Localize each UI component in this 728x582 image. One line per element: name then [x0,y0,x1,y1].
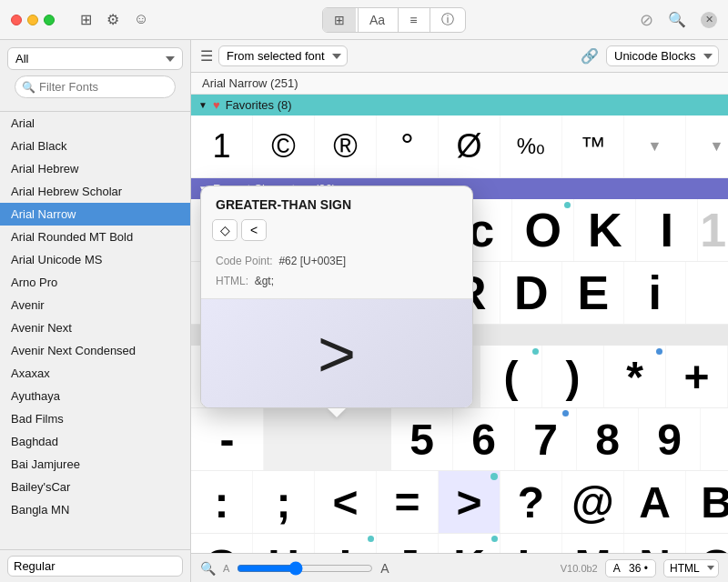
window-close-btn[interactable]: ✕ [701,12,717,28]
size-max-label: A [380,561,389,576]
favorites-section-header[interactable]: ▼ ♥ Favorites (8) [191,95,728,115]
settings-icon[interactable]: ⚙ [106,11,119,28]
char-cell-trademark[interactable]: ™ [562,115,624,177]
char-cell-paren-open[interactable]: ( [480,346,542,407]
font-item-bad-films[interactable]: Bad Films [0,407,190,430]
char-cell-paren-close[interactable]: ) [542,346,604,407]
minimize-button[interactable] [27,15,38,25]
char-B[interactable]: B [686,471,728,533]
close-button[interactable] [11,15,22,25]
char-cell-arrow-down[interactable]: ▼ [624,115,686,177]
info-view-btn[interactable]: ⓘ [430,8,465,32]
html-value: &gt; [255,275,274,287]
char-at[interactable]: @ [562,471,624,533]
size-slider[interactable] [237,561,373,576]
char-N[interactable]: N [624,534,686,553]
font-item-axaxax[interactable]: Axaxax [0,362,190,385]
version-badge: V10.0b2 [561,563,598,574]
toolbar-left: ☰ From selected font [200,45,348,66]
char-cell-plus[interactable]: + [666,346,728,407]
char-cell-arrow-down2[interactable]: ▼ [686,115,728,177]
search-icon-inner: 🔍 [22,81,35,94]
char-cell-K[interactable]: K [574,199,636,261]
char-cell-9[interactable]: 9 [639,408,701,470]
char-O2[interactable]: O [686,534,728,553]
sidebar-bottom: Regular [0,549,190,582]
font-item-arial-hebrew[interactable]: Arial Hebrew [0,157,190,180]
popup-tail [328,408,346,417]
font-item-arial-black[interactable]: Arial Black [0,135,190,157]
char-colon[interactable]: : [191,471,253,533]
char-semicolon[interactable]: ; [253,471,315,533]
char-cell-1[interactable]: 1 [191,115,253,177]
char-cell-degree[interactable]: ° [377,115,439,177]
text-view-btn[interactable]: Aa [358,8,396,32]
char-cell-I[interactable]: I [636,199,698,261]
font-item-ayuthaya[interactable]: Ayuthaya [0,385,190,407]
char-cell-registered[interactable]: ® [315,115,377,177]
char-cell-empty-set[interactable]: Ø [439,115,500,177]
bottom-right: V10.0b2 A 36 • HTML [561,559,719,577]
search-icon[interactable]: 🔍 [668,11,686,28]
char-G[interactable]: G [191,534,253,553]
browse-icon[interactable]: ⊞ [80,11,92,28]
char-K2[interactable]: K [439,534,500,553]
style-select[interactable]: Regular [7,556,183,577]
favorites-chars-row: 1 © ® ° Ø %₀ ™ ▼ ▼ [191,115,728,178]
popup-next-btn[interactable]: < [241,219,267,241]
disabled-icon: ⊘ [640,10,653,30]
char-cell-copyright[interactable]: © [253,115,315,177]
search-input[interactable] [15,75,176,98]
popup-title: GREATER-THAN SIGN [201,186,472,219]
popup-char-display: > [201,298,472,407]
font-item-arial-narrow[interactable]: Arial Narrow [0,203,190,226]
category-select[interactable]: All [7,47,183,70]
fullscreen-button[interactable] [44,15,55,25]
char-cell-permille[interactable]: %₀ [500,115,562,177]
char-cell-dash[interactable]: - [191,408,264,470]
char-I2[interactable]: I [315,534,377,553]
font-item-avenir-next[interactable]: Avenir Next [0,316,190,339]
font-item-baghdad[interactable]: Baghdad [0,430,190,453]
font-item-arial-rounded-mt-bold[interactable]: Arial Rounded MT Bold [0,226,190,248]
bottom-search-icon[interactable]: 🔍 [200,561,216,576]
bottom-bar: 🔍 A A V10.0b2 A 36 • HTML [191,553,728,582]
char-J[interactable]: J [377,534,439,553]
main-layout: All 🔍 Arial Arial Black Arial Hebrew Ari… [0,40,728,582]
char-less-than[interactable]: < [315,471,377,533]
font-item-avenir[interactable]: Avenir [0,294,190,316]
char-M[interactable]: M [562,534,624,553]
char-question[interactable]: ? [500,471,562,533]
char-cell-asterisk[interactable]: * [604,346,666,407]
char-cell-O[interactable]: O [512,199,574,261]
font-size-button[interactable]: A 36 • [605,559,656,577]
char-greater-than[interactable]: > [439,471,500,533]
popup-prev-btn[interactable]: ◇ [212,219,238,241]
format-select[interactable]: HTML [663,559,719,577]
char-cell-7b[interactable]: 7 [515,408,577,470]
unicode-select[interactable]: Unicode Blocks [606,45,719,66]
char-cell-5[interactable]: 5 [391,408,453,470]
source-select[interactable]: From selected font [218,45,348,66]
font-item-baileys-car[interactable]: Bailey'sCar [0,476,190,498]
char-cell-6[interactable]: 6 [453,408,515,470]
char-A[interactable]: A [624,471,686,533]
font-item-arial-hebrew-scholar[interactable]: Arial Hebrew Scholar [0,180,190,203]
char-L[interactable]: L [500,534,562,553]
char-cell-E[interactable]: E [562,262,624,324]
char-cell-8[interactable]: 8 [577,408,639,470]
char-equals[interactable]: = [377,471,439,533]
emoji-icon[interactable]: ☺ [134,11,148,28]
font-item-avenir-next-condensed[interactable]: Avenir Next Condensed [0,339,190,362]
font-item-bai-jamjuree[interactable]: Bai Jamjuree [0,453,190,476]
font-item-arial[interactable]: Arial [0,112,190,135]
grid-view-btn[interactable]: ⊞ [323,8,356,32]
char-H[interactable]: H [253,534,315,553]
char-cell-i[interactable]: i [624,262,686,324]
font-item-arno-pro[interactable]: Arno Pro [0,271,190,294]
char-cell-D[interactable]: D [500,262,562,324]
font-item-bangla-mn[interactable]: Bangla MN [0,498,190,521]
char-grid-container[interactable]: ▼ ♥ Favorites (8) 1 © ® ° Ø %₀ ™ ▼ ▼ ▼ R… [191,95,728,553]
font-item-arial-unicode-ms[interactable]: Arial Unicode MS [0,248,190,271]
list-view-btn[interactable]: ≡ [398,8,428,32]
